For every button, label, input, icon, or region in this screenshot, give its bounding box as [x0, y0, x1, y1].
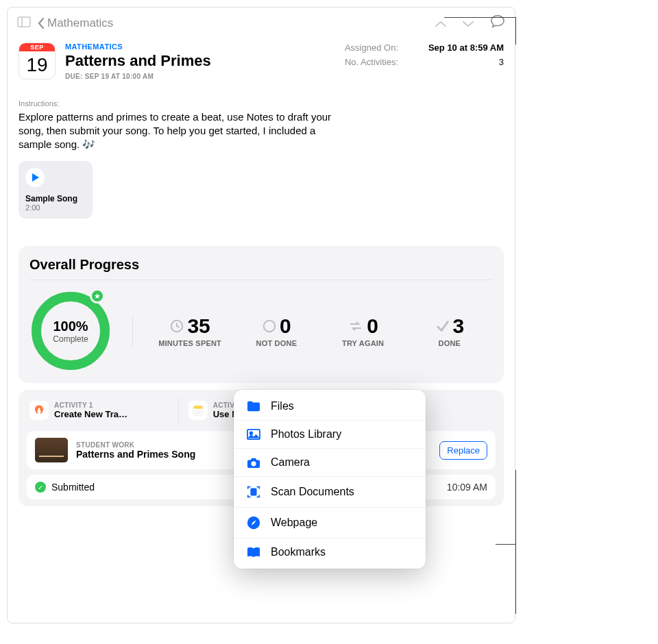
attachment-source-popover: Files Photos Library Camera Scan Documen…	[234, 390, 426, 569]
attachment-duration: 2:00	[25, 203, 86, 212]
stat-minutes: 35 MINUTES SPENT	[147, 314, 233, 347]
svg-point-5	[264, 321, 276, 332]
assigned-on-value: Sep 10 at 8:59 AM	[422, 42, 504, 53]
back-label: Mathematics	[47, 16, 113, 30]
callout-line	[515, 470, 516, 614]
compass-icon	[246, 515, 261, 530]
activity-1-title: Create New Tra…	[54, 409, 127, 419]
popover-files-label: Files	[271, 400, 294, 412]
try-again-icon	[348, 319, 364, 334]
popover-item-camera[interactable]: Camera	[234, 449, 426, 477]
replace-button[interactable]: Replace	[439, 441, 487, 460]
instructions-text: Explore patterns and primes to create a …	[8, 110, 350, 151]
activities-count-label: No. Activities:	[345, 57, 398, 67]
submitted-time: 10:09 AM	[447, 482, 487, 493]
sidebar-toggle-icon[interactable]	[17, 15, 31, 31]
minutes-value: 35	[187, 314, 210, 338]
activity-1[interactable]: ACTIVITY 1 Create New Tra…	[27, 397, 179, 424]
activity-1-label: ACTIVITY 1	[54, 401, 127, 409]
student-work-thumbnail	[35, 438, 68, 462]
svg-rect-13	[251, 488, 256, 495]
camera-icon	[246, 456, 261, 469]
popover-item-webpage[interactable]: Webpage	[234, 508, 426, 538]
callout-line	[515, 17, 516, 45]
popover-photos-label: Photos Library	[271, 428, 341, 441]
app-window: Mathematics SEP 19 MATHEMATICS Patterns …	[7, 7, 515, 623]
calendar-day: 19	[19, 51, 55, 79]
assignment-title: Patterns and Primes	[65, 52, 335, 70]
popover-scan-label: Scan Documents	[271, 486, 354, 498]
garageband-icon	[29, 401, 49, 420]
attachment-card[interactable]: Sample Song 2:00	[19, 161, 93, 219]
submitted-label: Submitted	[51, 482, 95, 493]
instructions-label: Instructions:	[8, 86, 515, 110]
popover-camera-label: Camera	[271, 456, 310, 469]
stat-try-again: 0 TRY AGAIN	[320, 314, 406, 347]
try-again-label: TRY AGAIN	[320, 339, 406, 347]
not-done-value: 0	[280, 314, 291, 338]
stat-not-done: 0 NOT DONE	[233, 314, 319, 347]
minutes-label: MINUTES SPENT	[147, 339, 233, 347]
popover-item-files[interactable]: Files	[234, 393, 426, 421]
assignment-meta: Assigned On: Sep 10 at 8:59 AM No. Activ…	[345, 42, 504, 80]
progress-percent: 100%	[53, 319, 88, 334]
svg-rect-0	[18, 17, 30, 27]
book-icon	[246, 546, 261, 558]
photo-icon	[246, 428, 261, 441]
try-again-value: 0	[367, 314, 378, 338]
assigned-on-label: Assigned On:	[345, 42, 398, 53]
assignment-header: SEP 19 MATHEMATICS Patterns and Primes D…	[8, 38, 515, 86]
svg-point-11	[250, 432, 253, 434]
popover-item-scan[interactable]: Scan Documents	[234, 477, 426, 508]
calendar-icon: SEP 19	[19, 42, 56, 79]
attachment-title: Sample Song	[25, 194, 86, 203]
svg-rect-7	[193, 406, 203, 409]
svg-point-12	[251, 461, 256, 466]
popover-item-photos[interactable]: Photos Library	[234, 421, 426, 449]
activities-count-value: 3	[422, 57, 504, 67]
popover-item-bookmarks[interactable]: Bookmarks	[234, 538, 426, 566]
student-work-label: STUDENT WORK	[76, 441, 195, 449]
checkmark-icon: ✓	[35, 482, 46, 493]
notes-icon	[188, 401, 208, 420]
folder-icon	[246, 400, 261, 412]
student-work-title: Patterns and Primes Song	[76, 449, 195, 460]
not-done-label: NOT DONE	[233, 339, 319, 347]
due-label: DUE: SEP 19 AT 10:00 AM	[65, 73, 335, 80]
stat-done: 3 DONE	[406, 314, 493, 347]
clock-icon	[169, 319, 184, 334]
popover-bookmarks-label: Bookmarks	[271, 546, 326, 558]
back-button[interactable]: Mathematics	[38, 16, 113, 30]
topbar: Mathematics	[8, 8, 515, 38]
progress-card: Overall Progress ★ 100% Complete	[19, 246, 504, 383]
not-done-icon	[262, 319, 277, 334]
progress-ring: ★ 100% Complete	[29, 290, 112, 372]
progress-percent-label: Complete	[53, 334, 88, 344]
play-icon[interactable]	[25, 168, 45, 187]
subject-label: MATHEMATICS	[65, 42, 335, 51]
done-label: DONE	[406, 339, 493, 347]
calendar-month: SEP	[19, 43, 55, 51]
done-value: 3	[453, 314, 465, 338]
progress-title: Overall Progress	[29, 257, 493, 273]
done-icon	[435, 319, 450, 334]
popover-webpage-label: Webpage	[271, 517, 317, 529]
scan-icon	[246, 484, 261, 499]
